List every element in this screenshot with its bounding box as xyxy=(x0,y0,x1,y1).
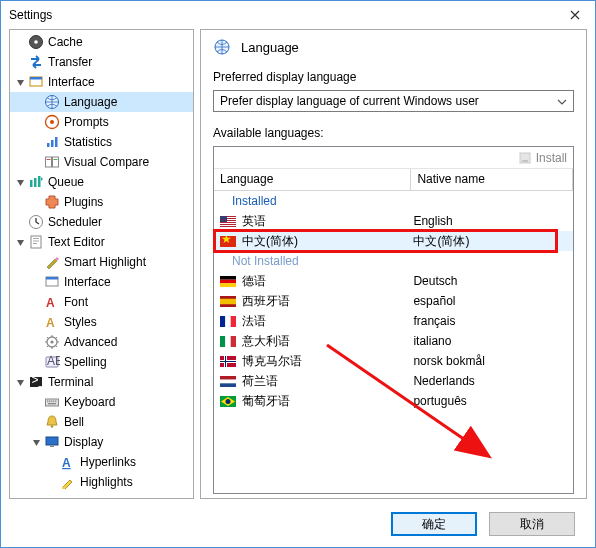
svg-point-6 xyxy=(50,120,54,124)
column-native-name[interactable]: Native name xyxy=(411,169,573,191)
svg-rect-34 xyxy=(49,401,50,402)
sidebar-item-hyperlinks[interactable]: AHyperlinks xyxy=(10,452,193,472)
language-name: 英语 xyxy=(242,213,411,230)
svg-rect-10 xyxy=(46,157,52,167)
svg-rect-46 xyxy=(522,160,528,162)
language-row[interactable]: 意大利语italiano xyxy=(214,331,573,351)
column-language[interactable]: Language xyxy=(214,169,411,191)
language-row[interactable]: ★中文(简体)中文(简体) xyxy=(214,231,573,251)
compare-icon xyxy=(44,154,60,170)
svg-rect-73 xyxy=(220,379,236,383)
language-name: 荷兰语 xyxy=(242,373,411,390)
svg-rect-38 xyxy=(48,403,56,404)
titlebar: Settings xyxy=(1,1,595,29)
svg-rect-8 xyxy=(51,140,54,147)
language-row[interactable]: 西班牙语español xyxy=(214,291,573,311)
interface2-icon xyxy=(44,274,60,290)
tree-toggle-icon xyxy=(30,356,42,368)
svg-rect-63 xyxy=(231,316,236,327)
preferred-language-value: Prefer display language of current Windo… xyxy=(220,94,479,108)
svg-rect-43 xyxy=(62,487,65,489)
tree-toggle-icon xyxy=(30,276,42,288)
language-name: 德语 xyxy=(242,273,411,290)
native-name: italiano xyxy=(411,334,573,348)
window-title: Settings xyxy=(9,8,52,22)
sidebar-item-prompts[interactable]: Prompts xyxy=(10,112,193,132)
language-row[interactable]: 法语français xyxy=(214,311,573,331)
tree-toggle-icon xyxy=(14,36,26,48)
tree-toggle-icon xyxy=(30,116,42,128)
svg-rect-41 xyxy=(50,446,54,448)
sidebar-item-spelling[interactable]: ABCSpelling xyxy=(10,352,193,372)
sidebar-item-smart-highlight[interactable]: Smart Highlight xyxy=(10,252,193,272)
native-name: español xyxy=(411,294,573,308)
globe-icon xyxy=(44,94,60,110)
sidebar-item-statistics[interactable]: Statistics xyxy=(10,132,193,152)
group-header: Not Installed xyxy=(214,251,573,271)
sidebar-item-visual-compare[interactable]: Visual Compare xyxy=(10,152,193,172)
preferred-language-select[interactable]: Prefer display language of current Windo… xyxy=(213,90,574,112)
sidebar-item-display[interactable]: Display xyxy=(10,432,193,452)
svg-rect-9 xyxy=(55,137,58,147)
tree-toggle-icon xyxy=(14,216,26,228)
language-row[interactable]: 博克马尔语norsk bokmål xyxy=(214,351,573,371)
sidebar-tree[interactable]: CacheTransferInterfaceLanguagePromptsSta… xyxy=(9,29,194,499)
list-body[interactable]: Installed英语English★中文(简体)中文(简体)Not Insta… xyxy=(214,191,573,493)
sidebar-item-terminal[interactable]: >_Terminal xyxy=(10,372,193,392)
sidebar-item-highlights[interactable]: Highlights xyxy=(10,472,193,492)
sidebar-item-advanced[interactable]: Advanced xyxy=(10,332,193,352)
tree-toggle-icon xyxy=(30,336,42,348)
tree-toggle-icon xyxy=(30,136,42,148)
sidebar-item-label: Interface xyxy=(48,75,95,89)
language-row[interactable]: 英语English xyxy=(214,211,573,231)
svg-rect-37 xyxy=(55,401,56,402)
svg-rect-13 xyxy=(54,159,58,160)
sidebar-item-label: Transfer xyxy=(48,55,92,69)
svg-rect-60 xyxy=(220,298,236,304)
flag-icon xyxy=(220,396,236,407)
advanced-icon xyxy=(44,334,60,350)
svg-rect-15 xyxy=(34,178,37,187)
stats-icon xyxy=(44,134,60,150)
sidebar-item-plugins[interactable]: Plugins xyxy=(10,192,193,212)
close-button[interactable] xyxy=(555,1,595,29)
sidebar-item-label: Hyperlinks xyxy=(80,455,136,469)
ok-button[interactable]: 确定 xyxy=(391,512,477,536)
svg-rect-23 xyxy=(46,277,58,280)
smart-icon xyxy=(44,254,60,270)
language-row[interactable]: 葡萄牙语português xyxy=(214,391,573,411)
tree-toggle-icon xyxy=(30,156,42,168)
language-row[interactable]: 荷兰语Nederlands xyxy=(214,371,573,391)
sidebar-item-styles[interactable]: AStyles xyxy=(10,312,193,332)
sidebar-item-label: Visual Compare xyxy=(64,155,149,169)
tree-toggle-icon xyxy=(30,416,42,428)
native-name: Nederlands xyxy=(411,374,573,388)
tree-toggle-icon xyxy=(30,256,42,268)
sidebar-item-keyboard[interactable]: Keyboard xyxy=(10,392,193,412)
svg-rect-16 xyxy=(38,176,41,187)
sidebar-item-language[interactable]: Language xyxy=(10,92,193,112)
disc-icon xyxy=(28,34,44,50)
spelling-icon: ABC xyxy=(44,354,60,370)
sidebar-item-interface[interactable]: Interface xyxy=(10,72,193,92)
sidebar-item-label: Highlights xyxy=(80,475,133,489)
sidebar-item-interface[interactable]: Interface xyxy=(10,272,193,292)
svg-text:A: A xyxy=(46,316,55,330)
language-row[interactable]: 德语Deutsch xyxy=(214,271,573,291)
available-languages-label: Available languages: xyxy=(213,126,574,140)
cancel-button[interactable]: 取消 xyxy=(489,512,575,536)
sidebar-item-font[interactable]: AFont xyxy=(10,292,193,312)
svg-rect-58 xyxy=(220,283,236,287)
sidebar-item-cache[interactable]: Cache xyxy=(10,32,193,52)
sidebar-item-label: Spelling xyxy=(64,355,107,369)
sidebar-item-bell[interactable]: Bell xyxy=(10,412,193,432)
sidebar-item-text-editor[interactable]: Text Editor xyxy=(10,232,193,252)
sidebar-item-queue[interactable]: Queue xyxy=(10,172,193,192)
highlights-icon xyxy=(60,474,76,490)
sidebar-item-label: Advanced xyxy=(64,335,117,349)
sidebar-item-label: Language xyxy=(64,95,117,109)
sidebar-item-transfer[interactable]: Transfer xyxy=(10,52,193,72)
install-button[interactable]: Install xyxy=(214,147,573,169)
sidebar-item-scheduler[interactable]: Scheduler xyxy=(10,212,193,232)
svg-rect-18 xyxy=(31,236,41,248)
